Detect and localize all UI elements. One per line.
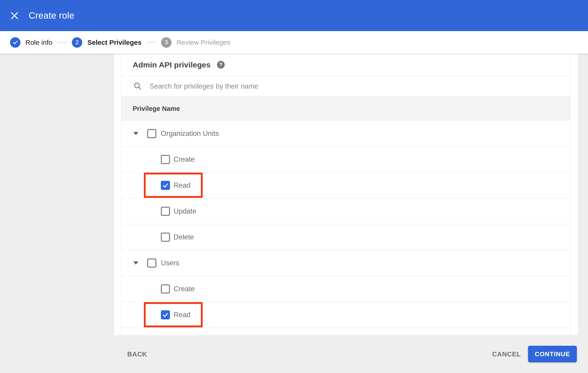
step-number-badge: 3 <box>161 37 171 48</box>
checkbox-checked[interactable] <box>161 310 170 319</box>
privilege-row-create: Create <box>121 146 570 172</box>
privilege-row-users: Users <box>121 250 570 276</box>
collapse-caret-icon[interactable] <box>133 261 138 265</box>
step-connector <box>57 42 67 43</box>
checkbox-unchecked[interactable] <box>147 259 156 268</box>
dialog-footer: BACK CANCEL CONTINUE <box>0 335 588 373</box>
privilege-row-read: Read <box>121 172 570 198</box>
checkbox-unchecked[interactable] <box>161 233 170 242</box>
cancel-button[interactable]: CANCEL <box>489 348 524 360</box>
section-title: Admin API privileges <box>133 61 211 69</box>
close-icon <box>10 11 19 20</box>
privilege-row-update: Update <box>121 198 570 224</box>
checkbox-unchecked[interactable] <box>147 129 156 138</box>
step-label: Role info <box>25 39 52 46</box>
privilege-row-read: Read <box>121 302 570 328</box>
panel-heading: Admin API privileges ? <box>121 54 570 76</box>
app-bar: Create role <box>0 0 588 31</box>
privilege-label: Create <box>174 155 195 164</box>
back-button[interactable]: BACK <box>124 348 150 360</box>
column-header-privilege-name: Privilege Name <box>133 105 180 113</box>
close-button[interactable] <box>10 11 20 21</box>
privileges-panel: Admin API privileges ? Privilege Name <box>121 54 570 337</box>
workspace: Admin API privileges ? Privilege Name <box>0 54 588 335</box>
privilege-row-delete: Delete <box>121 224 570 250</box>
step-completed-check-icon <box>10 37 21 48</box>
privilege-search-input[interactable] <box>149 82 468 91</box>
red-highlight-annotation <box>144 302 203 327</box>
right-rail <box>578 54 588 335</box>
step-number-badge: 2 <box>72 37 82 48</box>
left-rail <box>0 54 114 335</box>
checkbox-checked[interactable] <box>161 181 170 190</box>
step-review-privileges[interactable]: 3 Review Privileges <box>161 37 230 48</box>
create-role-dialog: Create role Role info 2 Select Privilege… <box>0 0 588 373</box>
continue-button[interactable]: CONTINUE <box>528 346 577 362</box>
step-role-info[interactable]: Role info <box>10 37 52 48</box>
privilege-label: Delete <box>174 233 194 241</box>
privilege-label: Update <box>174 207 196 215</box>
privilege-label: Organization Units <box>161 129 219 138</box>
privilege-label: Users <box>161 259 179 267</box>
step-connector <box>147 42 156 43</box>
step-label: Select Privileges <box>87 39 141 46</box>
privilege-row-create: Create <box>121 276 570 302</box>
wizard-stepper: Role info 2 Select Privileges 3 Review P… <box>0 31 588 54</box>
privilege-search-row <box>121 76 570 97</box>
privilege-label: Create <box>174 285 195 293</box>
step-select-privileges[interactable]: 2 Select Privileges <box>72 37 141 48</box>
collapse-caret-icon[interactable] <box>133 132 138 135</box>
help-icon[interactable]: ? <box>217 61 225 69</box>
checkbox-unchecked[interactable] <box>161 207 170 216</box>
checkbox-unchecked[interactable] <box>161 155 170 164</box>
step-label: Review Privileges <box>177 39 230 46</box>
page-title: Create role <box>29 10 74 21</box>
red-highlight-annotation <box>144 173 203 198</box>
privilege-label: Read <box>174 311 190 319</box>
search-icon <box>133 82 142 91</box>
table-header: Privilege Name <box>121 97 570 121</box>
privilege-label: Read <box>174 181 190 189</box>
checkbox-unchecked[interactable] <box>161 284 170 293</box>
privilege-row-organization-units: Organization Units <box>121 121 570 146</box>
